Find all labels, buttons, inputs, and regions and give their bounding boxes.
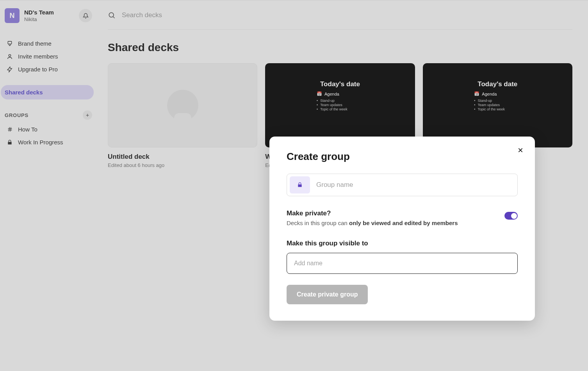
make-private-toggle[interactable] — [504, 212, 518, 220]
make-private-label: Make private? — [287, 209, 458, 217]
group-privacy-icon-button[interactable] — [290, 176, 310, 193]
modal-title: Create group — [287, 151, 518, 163]
visible-to-input[interactable] — [287, 253, 518, 274]
lock-icon — [297, 182, 303, 188]
close-icon — [517, 147, 524, 153]
group-name-field[interactable] — [287, 174, 518, 196]
create-group-modal: Create group Make private? Decks in this… — [269, 137, 535, 321]
make-private-description: Decks in this group can only be viewed a… — [287, 220, 458, 226]
create-group-button[interactable]: Create private group — [287, 285, 368, 304]
group-name-input[interactable] — [310, 181, 517, 189]
close-button[interactable] — [515, 144, 526, 156]
visible-to-label: Make this group visible to — [287, 240, 518, 247]
